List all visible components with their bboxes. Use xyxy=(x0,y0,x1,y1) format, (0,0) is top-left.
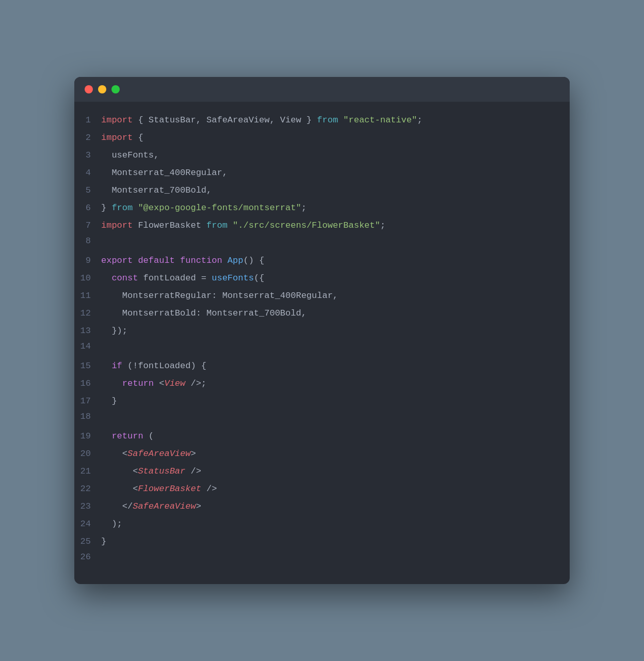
token-plain: > xyxy=(196,501,201,511)
token-plain xyxy=(101,273,111,283)
line-number: 11 xyxy=(74,291,101,301)
line-number: 23 xyxy=(74,501,101,511)
code-content: <FlowerBasket /> xyxy=(101,482,217,496)
line-number: 26 xyxy=(74,552,101,562)
token-plain: /> xyxy=(201,484,217,494)
code-content: <StatusBar /> xyxy=(101,464,201,478)
token-plain: /> xyxy=(185,466,201,476)
code-line: 1import { StatusBar, SafeAreaView, View … xyxy=(74,112,570,130)
token-plain xyxy=(101,361,111,371)
code-content: return <View />; xyxy=(101,376,206,390)
token-plain: Montserrat_400Regular, xyxy=(101,168,228,178)
token-plain: ( xyxy=(143,431,154,441)
code-line: 6} from "@expo-google-fonts/montserrat"; xyxy=(74,200,570,217)
code-line: 18 xyxy=(74,411,570,428)
token-plain: } xyxy=(101,537,106,546)
line-number: 5 xyxy=(74,185,101,195)
token-plain xyxy=(228,221,233,230)
code-content: } xyxy=(101,394,117,408)
code-content: if (!fontLoaded) { xyxy=(101,359,206,373)
code-line: 14 xyxy=(74,340,570,358)
code-line: 4 Montserrat_400Regular, xyxy=(74,165,570,182)
token-plain: ; xyxy=(417,115,422,125)
code-editor: 1import { StatusBar, SafeAreaView, View … xyxy=(74,102,570,584)
token-plain: } xyxy=(101,396,117,406)
code-line: 5 Montserrat_700Bold, xyxy=(74,182,570,200)
token-plain: () { xyxy=(243,256,264,265)
code-line: 23 </SafeAreaView> xyxy=(74,498,570,516)
line-number: 2 xyxy=(74,133,101,143)
line-number: 6 xyxy=(74,203,101,213)
code-content: import { StatusBar, SafeAreaView, View }… xyxy=(101,113,422,127)
token-plain: fontLoaded = xyxy=(138,273,212,283)
token-purple: return xyxy=(111,431,143,441)
maximize-button[interactable] xyxy=(111,85,120,93)
token-plain: }); xyxy=(101,326,127,336)
token-kw-from: from xyxy=(206,221,228,230)
code-window: 1import { StatusBar, SafeAreaView, View … xyxy=(74,77,570,584)
code-line: 10 const fontLoaded = useFonts({ xyxy=(74,270,570,288)
line-number: 14 xyxy=(74,341,101,351)
token-plain: </ xyxy=(101,501,133,511)
token-plain xyxy=(101,379,122,388)
token-kw-from: from xyxy=(317,115,338,125)
token-tag: FlowerBasket xyxy=(138,484,201,494)
line-number: 22 xyxy=(74,484,101,494)
token-tag: StatusBar xyxy=(138,466,185,476)
code-content: import { xyxy=(101,131,143,145)
close-button[interactable] xyxy=(85,85,93,93)
token-str: "@expo-google-fonts/montserrat" xyxy=(138,203,301,213)
code-content: } xyxy=(101,534,106,548)
token-plain: ; xyxy=(380,221,385,230)
code-line: 7import FlowerBasket from "./src/screens… xyxy=(74,217,570,235)
code-line: 22 <FlowerBasket /> xyxy=(74,481,570,498)
token-plain: { xyxy=(133,133,143,143)
code-line: 9export default function App() { xyxy=(74,253,570,270)
code-content: </SafeAreaView> xyxy=(101,499,201,513)
code-line: 2import { xyxy=(74,130,570,147)
token-plain xyxy=(338,115,343,125)
token-plain xyxy=(133,203,138,213)
token-tag: SafeAreaView xyxy=(127,449,190,459)
code-content: } from "@expo-google-fonts/montserrat"; xyxy=(101,201,307,215)
line-number: 15 xyxy=(74,361,101,371)
token-plain: { StatusBar, SafeAreaView, View } xyxy=(133,115,317,125)
line-number: 21 xyxy=(74,466,101,476)
code-content: export default function App() { xyxy=(101,254,264,267)
code-content: MontserratRegular: Montserrat_400Regular… xyxy=(101,289,338,303)
token-plain: } xyxy=(101,203,111,213)
code-line: 13 }); xyxy=(74,323,570,340)
code-content: <SafeAreaView> xyxy=(101,447,196,461)
code-line: 12 MontserratBold: Montserrat_700Bold, xyxy=(74,305,570,323)
line-number: 16 xyxy=(74,379,101,388)
code-content: useFonts, xyxy=(101,148,159,162)
token-plain: < xyxy=(101,466,138,476)
code-line: 25} xyxy=(74,533,570,551)
token-kw-import: import xyxy=(101,221,133,230)
token-kw-from: from xyxy=(111,203,133,213)
token-plain: > xyxy=(190,449,196,459)
token-purple: return xyxy=(122,379,154,388)
token-plain: (!fontLoaded) { xyxy=(122,361,206,371)
token-kw-import: import xyxy=(101,133,133,143)
line-number: 13 xyxy=(74,326,101,336)
token-plain: Montserrat_700Bold, xyxy=(101,185,212,195)
token-plain: ); xyxy=(101,519,122,529)
code-content: MontserratBold: Montserrat_700Bold, xyxy=(101,306,307,320)
line-number: 19 xyxy=(74,431,101,441)
code-line: 21 <StatusBar /> xyxy=(74,463,570,481)
code-content: const fontLoaded = useFonts({ xyxy=(101,271,264,285)
line-number: 8 xyxy=(74,236,101,246)
minimize-button[interactable] xyxy=(98,85,106,93)
code-content: }); xyxy=(101,324,127,338)
token-plain: < xyxy=(101,484,138,494)
code-content: import FlowerBasket from "./src/screens/… xyxy=(101,218,385,232)
line-number: 4 xyxy=(74,168,101,178)
code-line: 11 MontserratRegular: Montserrat_400Regu… xyxy=(74,288,570,305)
line-number: 18 xyxy=(74,412,101,421)
line-number: 1 xyxy=(74,115,101,125)
line-number: 25 xyxy=(74,537,101,546)
code-content: ); xyxy=(101,517,122,531)
code-line: 16 return <View />; xyxy=(74,375,570,393)
code-line: 19 return ( xyxy=(74,428,570,446)
